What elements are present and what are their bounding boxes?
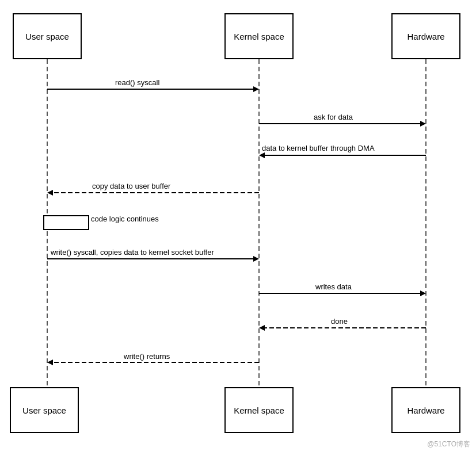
svg-marker-6 [420,121,426,127]
label-writes-data: writes data [315,282,352,291]
kernel-space-top: Kernel space [224,13,294,59]
svg-marker-20 [47,360,53,365]
label-copy-data: copy data to user buffer [92,182,170,190]
hardware-bottom: Hardware [391,387,460,433]
user-space-top: User space [13,13,82,59]
svg-marker-14 [253,256,259,262]
label-data-to-kernel: data to kernel buffer through DMA [262,144,375,152]
svg-marker-4 [253,86,259,92]
kernel-space-bottom: Kernel space [224,387,294,433]
label-code-logic: code logic continues [91,215,159,223]
label-write-syscall: write() syscall, copies data to kernel s… [51,248,214,257]
svg-marker-8 [259,152,265,158]
hardware-top: Hardware [391,13,460,59]
label-ask-for-data: ask for data [314,113,353,121]
watermark: @51CTO博客 [427,439,470,449]
svg-marker-16 [420,290,426,296]
label-done: done [331,317,348,326]
label-write-returns: write() returns [124,352,170,361]
svg-marker-18 [259,325,265,331]
svg-marker-10 [47,190,53,196]
diagram: User space Kernel space Hardware User sp… [0,0,476,455]
user-space-bottom: User space [10,387,79,433]
label-read-syscall: read() syscall [115,78,159,87]
activation-box [43,215,89,230]
